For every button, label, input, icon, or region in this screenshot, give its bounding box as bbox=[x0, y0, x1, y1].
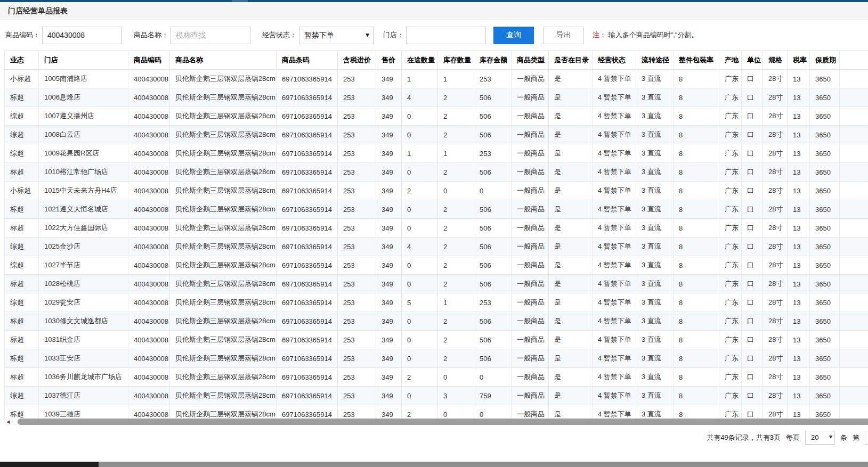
header-row: 业态门店商品编码商品名称商品条码含税进价售价在途数量库存数量库存金额商品类型是否… bbox=[5, 51, 868, 70]
horizontal-scrollbar-thumb[interactable] bbox=[18, 419, 868, 425]
table-cell: 2 bbox=[438, 256, 474, 275]
table-cell: 6971063365914 bbox=[277, 88, 338, 107]
table-row[interactable]: 标超1010榕江常驰广场店400430008贝伦斯企鹅三层钢双层蒸锅28cm69… bbox=[5, 163, 868, 182]
table-cell: 253 bbox=[338, 405, 376, 419]
product-code-input[interactable] bbox=[42, 27, 122, 44]
table-cell: 349 bbox=[376, 237, 402, 256]
table-cell: 1 bbox=[438, 144, 474, 163]
search-button[interactable]: 查询 bbox=[493, 27, 534, 44]
table-row[interactable]: 标超1039三穗店400430008贝伦斯企鹅三层钢双层蒸锅28cm697106… bbox=[5, 405, 868, 419]
table-cell: 1033正安店 bbox=[39, 349, 128, 368]
table-cell: 28寸 bbox=[763, 88, 788, 107]
table-cell: 4 暂禁下单 bbox=[593, 275, 636, 293]
horizontal-scrollbar[interactable]: ◀ bbox=[4, 418, 868, 425]
table-row[interactable]: 小标超1015中天未来方舟H4店400430008贝伦斯企鹅三层钢双层蒸锅28c… bbox=[5, 182, 868, 200]
table-row[interactable]: 综超1027毕节店400430008贝伦斯企鹅三层钢双层蒸锅28cm697106… bbox=[5, 256, 868, 275]
table-cell: 2 bbox=[402, 405, 438, 419]
table-row[interactable]: 综超1007遵义播州店400430008贝伦斯企鹅三层钢双层蒸锅28cm6971… bbox=[5, 107, 868, 126]
page-size-select[interactable]: 20 bbox=[805, 431, 835, 445]
table-cell: 13 bbox=[788, 144, 810, 163]
table-row[interactable]: 综超1029瓮安店400430008贝伦斯企鹅三层钢双层蒸锅28cm697106… bbox=[5, 293, 868, 312]
table-cell: 是 bbox=[549, 126, 593, 144]
table-cell: 4 bbox=[402, 88, 438, 107]
table-cell: 1025金沙店 bbox=[39, 237, 128, 256]
table-cell: 标超 bbox=[5, 349, 39, 368]
table-cell: 28寸 bbox=[763, 387, 788, 405]
table-cell: 一般商品 bbox=[512, 256, 549, 275]
table-row[interactable]: 标超1022大方佳鑫国际店400430008贝伦斯企鹅三层钢双层蒸锅28cm69… bbox=[5, 219, 868, 237]
table-row[interactable]: 标超1030修文文城逸都店400430008贝伦斯企鹅三层钢双层蒸锅28cm69… bbox=[5, 312, 868, 331]
table-cell: 贝伦斯企鹅三层钢双层蒸锅28cm bbox=[170, 163, 277, 182]
table-row[interactable]: 标超1028松桃店400430008贝伦斯企鹅三层钢双层蒸锅28cm697106… bbox=[5, 275, 868, 293]
table-cell: 3 直流 bbox=[636, 182, 674, 200]
table-cell: 2 bbox=[438, 349, 474, 368]
table-cell: 400430008 bbox=[128, 163, 170, 182]
note-prefix: 注： bbox=[593, 31, 606, 39]
table-cell: 4 暂禁下单 bbox=[593, 387, 636, 405]
column-header: 规格 bbox=[763, 51, 788, 70]
table-cell: 253 bbox=[338, 88, 376, 107]
table-cell: 3650 bbox=[810, 387, 840, 405]
table-cell: 506 bbox=[474, 237, 512, 256]
table-cell: 3 直流 bbox=[636, 144, 674, 163]
table-cell: 253 bbox=[474, 293, 512, 312]
table-cell: 6971063365914 bbox=[277, 256, 338, 275]
table-cell: 28寸 bbox=[763, 293, 788, 312]
table-cell: 3650 bbox=[810, 88, 840, 107]
export-button[interactable]: 导出 bbox=[543, 27, 584, 44]
table-cell: 3 直流 bbox=[636, 275, 674, 293]
page-scrollbar-thumb[interactable] bbox=[0, 462, 99, 467]
table-cell: 28寸 bbox=[763, 368, 788, 387]
table-row[interactable]: 标超1031织金店400430008贝伦斯企鹅三层钢双层蒸锅28cm697106… bbox=[5, 331, 868, 349]
table-cell: 标超 bbox=[5, 163, 39, 182]
table-row[interactable]: 综超1025金沙店400430008贝伦斯企鹅三层钢双层蒸锅28cm697106… bbox=[5, 237, 868, 256]
table-row[interactable]: 小标超1005南浦路店400430008贝伦斯企鹅三层钢双层蒸锅28cm6971… bbox=[5, 70, 868, 88]
table-row[interactable]: 综超1009花果园R区店400430008贝伦斯企鹅三层钢双层蒸锅28cm697… bbox=[5, 144, 868, 163]
table-row[interactable]: 综超1037德江店400430008贝伦斯企鹅三层钢双层蒸锅28cm697106… bbox=[5, 387, 868, 405]
table-cell: 349 bbox=[376, 107, 402, 126]
page-horizontal-scrollbar[interactable] bbox=[0, 462, 868, 467]
table-cell: 3650 bbox=[810, 126, 840, 144]
store-input[interactable] bbox=[406, 27, 486, 44]
table-cell: 3 直流 bbox=[636, 163, 674, 182]
table-cell: 1037德江店 bbox=[39, 387, 128, 405]
table-row[interactable]: 标超1006息烽店400430008贝伦斯企鹅三层钢双层蒸锅28cm697106… bbox=[5, 88, 868, 107]
scroll-left-arrow-icon[interactable]: ◀ bbox=[6, 419, 10, 425]
table-cell: 506 bbox=[474, 219, 512, 237]
table-cell: 1006息烽店 bbox=[39, 88, 128, 107]
table-row[interactable]: 标超1036务川麒龙城市广场店400430008贝伦斯企鹅三层钢双层蒸锅28cm… bbox=[5, 368, 868, 387]
table-cell: 口 bbox=[742, 88, 763, 107]
table-cell: 3650 bbox=[810, 107, 840, 126]
table-cell: 6971063365914 bbox=[277, 144, 338, 163]
page-header: 门店经营单品报表 bbox=[0, 2, 868, 20]
page-number-input[interactable] bbox=[865, 431, 868, 445]
table-cell: 3 直流 bbox=[636, 293, 674, 312]
table-cell: 标超 bbox=[5, 368, 39, 387]
table-cell: 13 bbox=[788, 126, 810, 144]
table-cell: 广东 bbox=[719, 107, 742, 126]
table-cell: 4 暂禁下单 bbox=[593, 126, 636, 144]
table-cell: 506 bbox=[474, 88, 512, 107]
table-cell: 400430008 bbox=[128, 349, 170, 368]
table-cell: 4 暂禁下单 bbox=[593, 107, 636, 126]
column-header: 库存金额 bbox=[474, 51, 512, 70]
table-cell: 广东 bbox=[719, 163, 742, 182]
table-cell: 贝伦斯企鹅三层钢双层蒸锅28cm bbox=[170, 387, 277, 405]
table-cell: 是 bbox=[549, 275, 593, 293]
status-select[interactable]: 暂禁下单 bbox=[299, 27, 374, 44]
table-cell: 13 bbox=[788, 237, 810, 256]
table-cell: 口 bbox=[742, 256, 763, 275]
table-cell: 贝伦斯企鹅三层钢双层蒸锅28cm bbox=[170, 70, 277, 88]
table-row[interactable]: 综超1008白云店400430008贝伦斯企鹅三层钢双层蒸锅28cm697106… bbox=[5, 126, 868, 144]
column-header: 业态 bbox=[5, 51, 39, 70]
table-cell: 400430008 bbox=[128, 405, 170, 419]
table-row[interactable]: 标超1021遵义大恒名城店400430008贝伦斯企鹅三层钢双层蒸锅28cm69… bbox=[5, 200, 868, 219]
table-cell: 1027毕节店 bbox=[39, 256, 128, 275]
table-cell: 253 bbox=[338, 144, 376, 163]
table-cell: 8 bbox=[674, 126, 719, 144]
table-cell: 口 bbox=[742, 293, 763, 312]
table-cell: 13 bbox=[788, 349, 810, 368]
table-row[interactable]: 标超1033正安店400430008贝伦斯企鹅三层钢双层蒸锅28cm697106… bbox=[5, 349, 868, 368]
table-cell: 28寸 bbox=[763, 312, 788, 331]
product-name-input[interactable] bbox=[171, 27, 250, 44]
